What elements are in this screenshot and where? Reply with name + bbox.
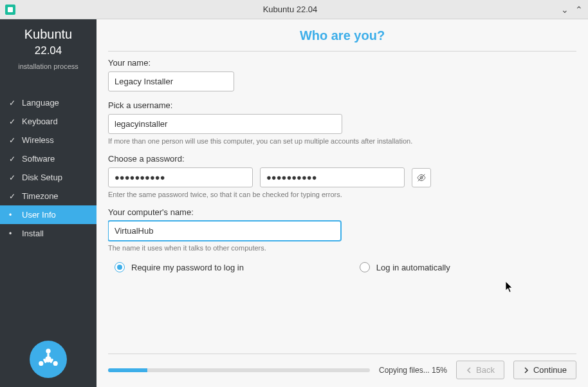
sidebar-step-label: Wireless	[22, 135, 54, 145]
sidebar-step-timezone[interactable]: ✓Timezone	[0, 187, 96, 205]
computer-name-input[interactable]	[108, 221, 341, 241]
computer-name-hint: The name it uses when it talks to other …	[108, 244, 576, 252]
install-progress-bar	[108, 368, 370, 372]
main-content: Who are you? Your name: Pick a username:…	[96, 19, 588, 387]
window-minimize-icon[interactable]: ⌄	[561, 5, 569, 15]
divider	[108, 51, 576, 52]
continue-button[interactable]: Continue	[513, 361, 576, 379]
sidebar-step-software[interactable]: ✓Software	[0, 149, 96, 168]
kubuntu-logo-icon	[30, 341, 67, 378]
eye-off-icon	[416, 173, 427, 183]
sidebar-heading: Kubuntu	[4, 27, 93, 42]
require-password-label: Require my password to log in	[131, 263, 244, 272]
name-input[interactable]	[108, 71, 234, 91]
sidebar-step-keyboard[interactable]: ✓Keyboard	[0, 112, 96, 131]
svg-point-2	[39, 361, 43, 366]
sidebar-step-language[interactable]: ✓Language	[0, 93, 96, 112]
sidebar-step-disk-setup[interactable]: ✓Disk Setup	[0, 168, 96, 187]
sidebar-step-label: Install	[22, 229, 44, 238]
window-titlebar: Kubuntu 22.04 ⌄ ⌃	[0, 0, 588, 19]
page-title: Who are you?	[108, 28, 576, 43]
window-title: Kubuntu 22.04	[19, 5, 561, 14]
name-label: Your name:	[108, 58, 576, 68]
bullet-icon: •	[9, 211, 17, 220]
bullet-icon: •	[9, 229, 17, 238]
computer-name-label: Your computer's name:	[108, 207, 576, 217]
sidebar-step-user-info[interactable]: •User Info	[0, 205, 96, 224]
back-button[interactable]: Back	[456, 361, 504, 379]
sidebar-step-label: Software	[22, 154, 55, 164]
sidebar-step-label: Disk Setup	[22, 173, 62, 182]
sidebar: Kubuntu 22.04 installation process ✓Lang…	[0, 19, 96, 387]
svg-point-1	[46, 349, 50, 354]
username-hint: If more than one person will use this co…	[108, 137, 576, 145]
require-password-radio[interactable]: Require my password to log in	[115, 262, 244, 272]
svg-point-3	[53, 361, 58, 366]
progress-status-text: Copying files... 15%	[379, 366, 447, 375]
chevron-right-icon	[523, 367, 529, 373]
check-icon: ✓	[9, 155, 17, 164]
sidebar-steps-list: ✓Language✓Keyboard✓Wireless✓Software✓Dis…	[0, 93, 96, 243]
chevron-left-icon	[466, 367, 472, 373]
password-label: Choose a password:	[108, 154, 576, 164]
username-input[interactable]	[108, 114, 342, 134]
radio-unchecked-icon	[360, 262, 370, 272]
sidebar-step-wireless[interactable]: ✓Wireless	[0, 131, 96, 149]
auto-login-label: Log in automatically	[376, 263, 450, 272]
window-maximize-icon[interactable]: ⌃	[575, 5, 583, 15]
footer: Copying files... 15% Back Continue	[108, 354, 576, 387]
password-input[interactable]	[108, 167, 253, 187]
sidebar-version: 22.04	[4, 44, 93, 57]
sidebar-step-label: Timezone	[22, 191, 59, 201]
check-icon: ✓	[9, 99, 17, 108]
toggle-password-visibility-button[interactable]	[412, 168, 431, 187]
sidebar-subtitle: installation process	[4, 62, 93, 70]
auto-login-radio[interactable]: Log in automatically	[360, 262, 450, 272]
check-icon: ✓	[9, 136, 17, 145]
check-icon: ✓	[9, 192, 17, 201]
sidebar-header: Kubuntu 22.04 installation process	[0, 19, 96, 82]
sidebar-step-label: Keyboard	[22, 117, 58, 126]
password-confirm-input[interactable]	[260, 167, 405, 187]
username-label: Pick a username:	[108, 100, 576, 110]
password-hint: Enter the same password twice, so that i…	[108, 191, 576, 198]
sidebar-step-label: Language	[22, 98, 59, 108]
sidebar-step-install[interactable]: •Install	[0, 224, 96, 243]
sidebar-step-label: User Info	[22, 210, 56, 220]
svg-rect-4	[47, 353, 49, 357]
check-icon: ✓	[9, 173, 17, 182]
radio-checked-icon	[115, 262, 125, 272]
check-icon: ✓	[9, 117, 17, 126]
window-app-icon	[5, 5, 15, 15]
